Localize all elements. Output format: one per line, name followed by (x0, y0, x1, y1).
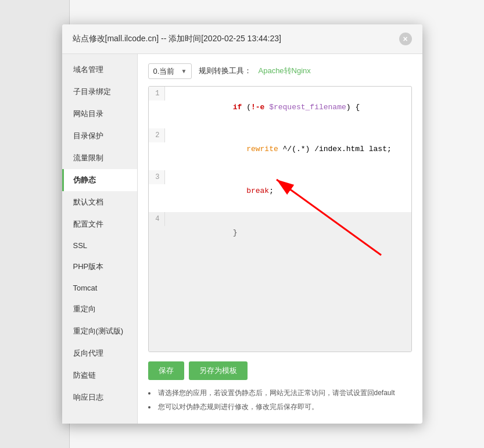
line-num-3: 3 (149, 170, 165, 184)
sidebar-item-hotlink[interactable]: 防盗链 (62, 364, 137, 386)
sidebar-item-pseudostatic[interactable]: 伪静态 (62, 169, 137, 191)
line-code-1: if (!-e $request_filename) { (165, 87, 411, 128)
sidebar-item-redirect[interactable]: 重定向 (62, 298, 137, 320)
sidebar-item-domain[interactable]: 域名管理 (62, 59, 137, 81)
main-content: 0.当前 ▼ 规则转换工具： Apache转Nginx 1 if (!-e $r… (138, 54, 422, 424)
code-editor[interactable]: 1 if (!-e $request_filename) { 2 rewrite… (148, 86, 412, 352)
sidebar-item-reverse-proxy[interactable]: 反向代理 (62, 342, 137, 364)
line-num-2: 2 (149, 128, 165, 142)
code-line-3: 3 break; (149, 170, 411, 212)
sidebar-item-access-log[interactable]: 响应日志 (62, 386, 137, 408)
sidebar-item-ssl[interactable]: SSL (62, 235, 137, 256)
close-button[interactable]: × (399, 33, 412, 45)
modal-title: 站点修改[mall.ilcode.cn] -- 添加时间[2020-02-25 … (73, 34, 281, 44)
save-button[interactable]: 保存 (148, 361, 184, 380)
sidebar-item-subdir[interactable]: 子目录绑定 (62, 81, 137, 103)
sidebar-item-redirect-test[interactable]: 重定向(测试版) (62, 320, 137, 342)
note-1: 请选择您的应用，若设置伪静态后，网站无法正常访问，请尝试设置回default (148, 387, 412, 400)
notes: 请选择您的应用，若设置伪静态后，网站无法正常访问，请尝试设置回default 您… (148, 387, 412, 414)
code-line-4: 4 } (149, 212, 411, 352)
line-num-1: 1 (149, 87, 165, 101)
sidebar-item-defaultdoc[interactable]: 默认文档 (62, 191, 137, 213)
line-code-2: rewrite ^/(.*) /index.html last; (165, 128, 411, 170)
version-select[interactable]: 0.当前 (148, 63, 192, 79)
note-2: 您可以对伪静态规则进行修改，修改完后保存即可。 (148, 401, 412, 414)
modal-header: 站点修改[mall.ilcode.cn] -- 添加时间[2020-02-25 … (62, 24, 422, 54)
sidebar-item-phpver[interactable]: PHP版本 (62, 256, 137, 278)
line-code-3: break; (165, 170, 411, 212)
modal-body: 域名管理 子目录绑定 网站目录 目录保护 流量限制 伪静态 默认文档 配置文件 (62, 54, 422, 424)
sidebar: 域名管理 子目录绑定 网站目录 目录保护 流量限制 伪静态 默认文档 配置文件 (62, 54, 138, 424)
sidebar-item-tomcat[interactable]: Tomcat (62, 278, 137, 298)
line-code-4: } (165, 212, 411, 254)
select-wrapper: 0.当前 ▼ (148, 63, 192, 79)
toolbar-row: 0.当前 ▼ 规则转换工具： Apache转Nginx (148, 63, 412, 79)
code-line-2: 2 rewrite ^/(.*) /index.html last; (149, 128, 411, 170)
code-lines: 1 if (!-e $request_filename) { 2 rewrite… (149, 87, 411, 352)
sidebar-item-webdir[interactable]: 网站目录 (62, 103, 137, 125)
rule-tool-label: 规则转换工具： (199, 66, 252, 76)
line-num-4: 4 (149, 212, 165, 226)
apache-to-nginx-link[interactable]: Apache转Nginx (259, 66, 311, 76)
sidebar-item-dirprotect[interactable]: 目录保护 (62, 125, 137, 147)
sidebar-item-configfile[interactable]: 配置文件 (62, 213, 137, 235)
modal: 站点修改[mall.ilcode.cn] -- 添加时间[2020-02-25 … (62, 24, 422, 424)
sidebar-item-traffic[interactable]: 流量限制 (62, 147, 137, 169)
save-as-template-button[interactable]: 另存为模板 (189, 361, 248, 380)
buttons-row: 保存 另存为模板 (148, 361, 412, 380)
code-line-1: 1 if (!-e $request_filename) { (149, 87, 411, 128)
